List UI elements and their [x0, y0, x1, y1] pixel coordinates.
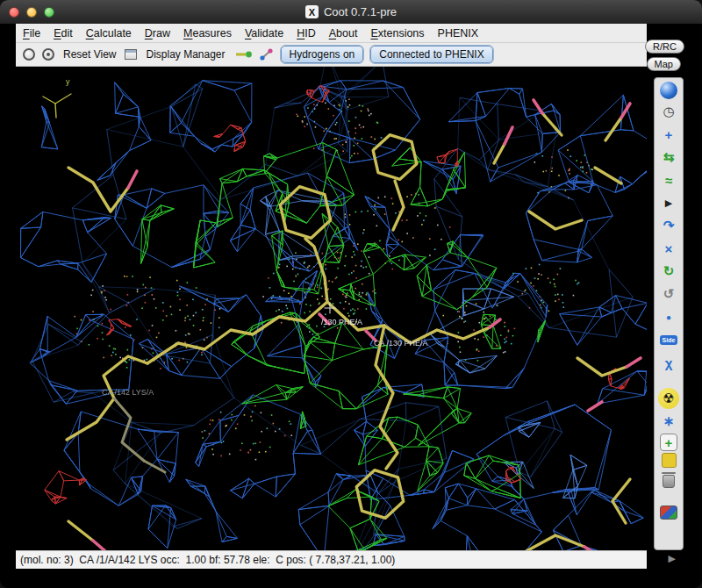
delete-icon[interactable]	[658, 470, 679, 491]
x11-logo-icon: X	[305, 5, 319, 18]
timer-icon[interactable]: ◷	[658, 101, 679, 122]
window-controls	[9, 7, 54, 18]
window-title-text: Coot 0.7.1-pre	[324, 5, 397, 18]
zoom-button[interactable]	[44, 7, 54, 18]
gl-canvas[interactable]	[16, 67, 647, 550]
menu-about[interactable]: About	[329, 27, 358, 39]
main-toolbar: Reset View Display Manager Hydrogens on …	[16, 43, 647, 67]
regularize-icon[interactable]: ≈	[658, 169, 679, 190]
play-icon[interactable]: ▶	[658, 192, 679, 213]
add-terminal-residue-icon[interactable]: +	[660, 434, 677, 451]
pepflip-icon[interactable]: ↷	[658, 215, 679, 236]
map-button[interactable]: Map	[647, 57, 681, 71]
menu-hid[interactable]: HID	[297, 27, 316, 39]
minimize-button[interactable]	[26, 7, 37, 18]
menu-measures[interactable]: Measures	[183, 27, 232, 39]
rotate-translate-icon[interactable]: ×	[658, 238, 679, 259]
translate-icon[interactable]: +	[658, 124, 679, 145]
rotamers-icon[interactable]: ↺	[658, 283, 679, 305]
titlebar[interactable]: X Coot 0.7.1-pre	[0, 0, 702, 24]
display-manager-button[interactable]: Display Manager	[144, 47, 226, 62]
statusbar-expander[interactable]: ▶	[669, 553, 676, 564]
gap-2	[658, 492, 679, 504]
rrc-button[interactable]: R/RC	[645, 39, 684, 54]
side-toolbar: ◷+⇆≈▶↷×↻↺●Sideχ☢∗+	[654, 77, 684, 550]
display-manager-icon	[125, 49, 137, 60]
model-sphere-icon[interactable]	[660, 82, 677, 99]
menu-edit[interactable]: Edit	[54, 27, 73, 39]
close-button[interactable]	[9, 7, 19, 18]
menu-validate[interactable]: Validate	[245, 27, 283, 39]
gl-viewport[interactable]: /130 PHE/ACA /130 PHE/ACA /142 LYS/Ay	[16, 67, 647, 550]
statusbar: (mol. no: 3) CA /1/A/142 LYS occ: 1.00 b…	[16, 550, 647, 569]
key-icon[interactable]	[234, 48, 253, 61]
sidechain-180-icon[interactable]: Side	[658, 329, 679, 350]
bond-tool-icon[interactable]	[260, 48, 274, 61]
screenshot-icon[interactable]	[660, 506, 677, 520]
scripting-icon[interactable]	[23, 48, 35, 61]
view-center-icon[interactable]	[42, 48, 54, 61]
window-title: X Coot 0.7.1-pre	[0, 5, 702, 18]
menu-phenix[interactable]: PHENIX	[438, 27, 479, 39]
add-atom-icon[interactable]: ●	[658, 306, 679, 327]
alt-conf-icon[interactable]: ∗	[658, 411, 679, 432]
menu-extensions[interactable]: Extensions	[370, 27, 424, 39]
coot-window: X Coot 0.7.1-pre FileEditCalculateDrawMe…	[0, 0, 702, 588]
highlight-swatch-icon[interactable]	[662, 453, 677, 468]
hydrogens-toggle-button[interactable]: Hydrogens on	[281, 46, 364, 63]
real-space-refine-icon[interactable]: ⇆	[658, 147, 679, 168]
bfactor-icon[interactable]: ☢	[658, 388, 679, 409]
auto-fit-rotamer-icon[interactable]: ↻	[658, 261, 679, 282]
edit-chi-angles-icon[interactable]: χ	[658, 352, 679, 373]
gap-1	[658, 375, 679, 386]
menu-file[interactable]: File	[23, 27, 40, 39]
menu-draw[interactable]: Draw	[145, 27, 170, 39]
menu-calculate[interactable]: Calculate	[86, 27, 132, 39]
phenix-connection-button[interactable]: Connected to PHENIX	[370, 46, 492, 63]
status-text: (mol. no: 3) CA /1/A/142 LYS occ: 1.00 b…	[20, 554, 395, 566]
menubar: FileEditCalculateDrawMeasuresValidateHID…	[16, 24, 647, 43]
reset-view-button[interactable]: Reset View	[61, 47, 118, 62]
